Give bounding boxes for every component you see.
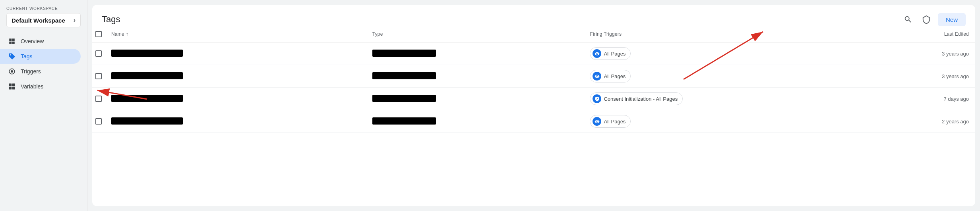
table-container: Name ↑ Type Firing Triggers Last Edited xyxy=(92,26,975,206)
table-header-row: Name ↑ Type Firing Triggers Last Edited xyxy=(92,26,975,42)
sidebar-item-variables-label: Variables xyxy=(21,83,43,90)
eye-icon xyxy=(593,117,601,126)
table-row[interactable]: All Pages3 years ago xyxy=(92,42,975,65)
shield-button[interactable] xyxy=(920,13,933,26)
svg-point-1 xyxy=(11,70,13,73)
overview-icon xyxy=(8,38,16,45)
page-title: Tags xyxy=(102,14,120,25)
row-checkbox[interactable] xyxy=(95,50,102,57)
tags-table: Name ↑ Type Firing Triggers Last Edited xyxy=(92,26,975,133)
eye-icon xyxy=(593,72,601,81)
sidebar-item-tags-label: Tags xyxy=(21,53,33,59)
sidebar-item-overview-label: Overview xyxy=(21,38,44,44)
col-header-triggers: Firing Triggers xyxy=(583,26,802,42)
trigger-label: All Pages xyxy=(604,119,626,125)
svg-rect-5 xyxy=(12,87,15,90)
main-panel: Tags New Name ↑ xyxy=(92,5,975,206)
new-button[interactable]: New xyxy=(938,13,966,26)
chevron-right-icon: › xyxy=(74,17,76,24)
workspace-selector[interactable]: Default Workspace › xyxy=(6,13,81,27)
sidebar-item-triggers[interactable]: Triggers xyxy=(0,64,81,79)
sort-arrow-icon: ↑ xyxy=(126,31,128,37)
col-header-name[interactable]: Name ↑ xyxy=(105,26,366,42)
consent-icon xyxy=(593,94,601,103)
row-checkbox[interactable] xyxy=(95,73,102,79)
select-all-cell xyxy=(92,26,105,42)
trigger-label: All Pages xyxy=(604,73,626,79)
sidebar-item-overview[interactable]: Overview xyxy=(0,34,81,49)
sidebar-item-triggers-label: Triggers xyxy=(21,68,41,75)
col-header-type: Type xyxy=(366,26,584,42)
search-button[interactable] xyxy=(901,13,915,26)
row-checkbox[interactable] xyxy=(95,96,102,102)
last-edited: 3 years ago xyxy=(802,42,975,65)
tag-name-redacted xyxy=(111,117,183,125)
last-edited: 2 years ago xyxy=(802,110,975,133)
table-row[interactable]: All Pages2 years ago xyxy=(92,110,975,133)
main-header: Tags New xyxy=(92,5,975,26)
last-edited: 7 days ago xyxy=(802,88,975,110)
trigger-label: All Pages xyxy=(604,51,626,57)
eye-icon xyxy=(593,49,601,58)
tag-type-redacted xyxy=(372,117,436,125)
col-name-label: Name xyxy=(111,31,124,37)
col-header-edited: Last Edited xyxy=(802,26,975,42)
table-row[interactable]: Consent Initialization - All Pages7 days… xyxy=(92,88,975,110)
svg-rect-4 xyxy=(9,87,12,90)
sidebar-nav: Overview Tags Triggers Variables xyxy=(0,34,87,94)
trigger-badge[interactable]: Consent Initialization - All Pages xyxy=(590,92,683,105)
trigger-label: Consent Initialization - All Pages xyxy=(604,96,678,102)
trigger-badge[interactable]: All Pages xyxy=(590,70,631,82)
row-checkbox[interactable] xyxy=(95,118,102,125)
search-icon xyxy=(904,15,912,24)
variables-icon xyxy=(8,83,16,90)
tag-type-redacted xyxy=(372,72,436,79)
sidebar: CURRENT WORKSPACE Default Workspace › Ov… xyxy=(0,0,87,211)
tag-type-redacted xyxy=(372,95,436,102)
workspace-section: CURRENT WORKSPACE Default Workspace › xyxy=(0,6,87,34)
trigger-badge[interactable]: All Pages xyxy=(590,115,631,128)
name-sort-control[interactable]: Name ↑ xyxy=(111,31,360,37)
workspace-name: Default Workspace xyxy=(12,17,65,24)
sidebar-item-variables[interactable]: Variables xyxy=(0,79,81,94)
tag-name-redacted xyxy=(111,72,183,79)
select-all-checkbox[interactable] xyxy=(95,31,102,37)
svg-rect-3 xyxy=(12,84,15,86)
tags-icon xyxy=(8,53,16,60)
triggers-icon xyxy=(8,68,16,75)
table-row[interactable]: All Pages3 years ago xyxy=(92,65,975,88)
tag-name-redacted xyxy=(111,95,183,102)
shield-icon xyxy=(922,15,931,24)
svg-rect-2 xyxy=(9,84,12,86)
header-actions: New xyxy=(901,13,966,26)
tag-type-redacted xyxy=(372,50,436,57)
sidebar-item-tags[interactable]: Tags xyxy=(0,49,81,64)
last-edited: 3 years ago xyxy=(802,65,975,88)
workspace-label: CURRENT WORKSPACE xyxy=(6,6,81,11)
tag-name-redacted xyxy=(111,50,183,57)
trigger-badge[interactable]: All Pages xyxy=(590,47,631,60)
